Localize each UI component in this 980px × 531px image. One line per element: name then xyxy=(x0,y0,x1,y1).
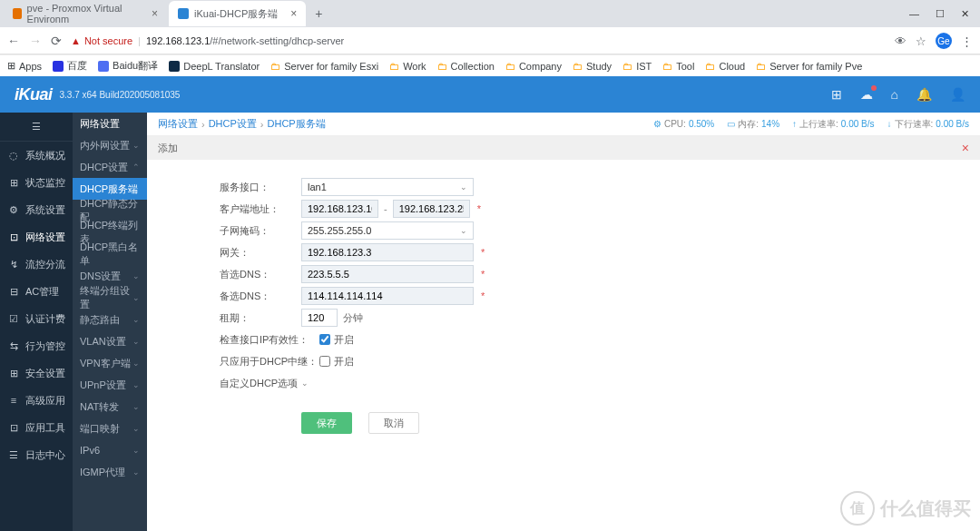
breadcrumb-item[interactable]: 网络设置 xyxy=(158,117,198,131)
nav1-item[interactable]: ⊟AC管理 xyxy=(0,278,73,305)
close-icon[interactable]: × xyxy=(290,7,297,20)
bookmark-folder[interactable]: 🗀Study xyxy=(573,61,612,72)
cancel-button[interactable]: 取消 xyxy=(368,412,419,434)
close-icon[interactable]: × xyxy=(962,141,969,155)
nav2-item[interactable]: VLAN设置⌄ xyxy=(73,330,147,352)
client-start-input[interactable] xyxy=(301,200,378,218)
bookmark-folder[interactable]: 🗀IST xyxy=(622,61,652,72)
eye-icon[interactable]: 👁 xyxy=(895,34,906,48)
required-asterisk: * xyxy=(481,247,485,258)
chevron-down-icon: ⌄ xyxy=(301,379,309,388)
cloud-icon[interactable]: ☁ xyxy=(860,87,873,102)
interface-select[interactable]: lan1⌄ xyxy=(301,178,474,196)
chevron-down-icon: ⌄ xyxy=(132,141,140,150)
bookmark-folder[interactable]: 🗀Work xyxy=(389,61,426,72)
nav2-item[interactable]: DHCP黑白名单 xyxy=(73,243,147,265)
bm-label: Server for family Pve xyxy=(769,61,862,72)
security-warning: ▲ Not secure xyxy=(71,35,132,46)
nav1-item[interactable]: ⊡应用工具 xyxy=(0,414,73,441)
profile-avatar[interactable]: Ge xyxy=(936,33,952,49)
bookmark-item[interactable]: 百度 xyxy=(53,59,87,73)
nav1-item[interactable]: ≡高级应用 xyxy=(0,387,73,414)
nav1-item[interactable]: ☑认证计费 xyxy=(0,305,73,332)
nav1-item[interactable]: ☰日志中心 xyxy=(0,441,73,468)
nav2-item[interactable]: IPv6⌄ xyxy=(73,439,147,461)
chevron-right-icon: › xyxy=(201,119,205,130)
chevron-down-icon: ⌄ xyxy=(132,293,140,302)
baidu-translate-icon xyxy=(98,61,109,72)
nav2-item[interactable]: 静态路由⌄ xyxy=(73,309,147,330)
checkbox-text: 开启 xyxy=(334,355,354,369)
nav1-item[interactable]: ⊞状态监控 xyxy=(0,169,73,196)
nav2-item[interactable]: IGMP代理⌄ xyxy=(73,461,147,483)
close-icon[interactable]: × xyxy=(152,7,158,20)
nav2-label: IGMP代理 xyxy=(80,466,125,479)
client-end-input[interactable] xyxy=(393,200,470,218)
bookmark-item[interactable]: DeepL Translator xyxy=(169,61,260,72)
memory-icon: ▭ xyxy=(727,119,735,129)
dns1-input[interactable] xyxy=(301,265,474,283)
nav1-item[interactable]: ⊞安全设置 xyxy=(0,359,73,387)
interface-label: 服务接口： xyxy=(220,181,301,194)
new-tab-button[interactable]: + xyxy=(308,6,329,21)
window-controls: — ☐ ✕ xyxy=(909,8,980,20)
nav2-item[interactable]: DHCP设置⌃ xyxy=(73,156,147,178)
nav1-item[interactable]: ↯流控分流 xyxy=(0,251,73,278)
nav2-label: 内外网设置 xyxy=(80,139,130,152)
chevron-down-icon: ⌄ xyxy=(460,182,467,192)
bookmark-item[interactable]: Baidu翻译 xyxy=(98,59,158,73)
star-icon[interactable]: ☆ xyxy=(916,34,926,48)
folder-icon: 🗀 xyxy=(573,61,583,72)
save-button[interactable]: 保存 xyxy=(301,412,352,434)
maximize-button[interactable]: ☐ xyxy=(936,8,945,20)
user-icon[interactable]: 👤 xyxy=(950,87,965,102)
bookmark-folder[interactable]: 🗀Collection xyxy=(437,61,495,72)
bookmark-folder[interactable]: 🗀Tool xyxy=(662,61,694,72)
nav1-item[interactable]: ⚙系统设置 xyxy=(0,196,73,223)
mask-select[interactable]: 255.255.255.0⌄ xyxy=(301,221,474,240)
breadcrumb-item[interactable]: DHCP服务端 xyxy=(268,117,326,131)
custom-options-toggle[interactable]: 自定义DHCP选项 ⌄ xyxy=(220,372,980,394)
nav1-item[interactable]: ⊡网络设置 xyxy=(0,223,73,251)
relay-only-checkbox[interactable] xyxy=(319,356,330,367)
nav2-item[interactable]: UPnP设置⌄ xyxy=(73,374,147,396)
nav2-item[interactable]: NAT转发⌄ xyxy=(73,396,147,418)
menu-icon[interactable]: ⋮ xyxy=(961,34,973,48)
bookmark-folder[interactable]: 🗀Server for family Pve xyxy=(756,61,862,72)
reload-button[interactable]: ⟳ xyxy=(51,34,62,48)
nav1-item[interactable]: ⇆行为管控 xyxy=(0,332,73,359)
nav2-item[interactable]: VPN客户端⌄ xyxy=(73,352,147,374)
bookmark-folder[interactable]: 🗀Cloud xyxy=(705,61,745,72)
browser-tab-pve[interactable]: pve - Proxmox Virtual Environm × xyxy=(4,1,167,26)
dns2-input[interactable] xyxy=(301,287,474,305)
dns1-label: 首选DNS： xyxy=(220,268,301,281)
lease-input[interactable] xyxy=(301,309,338,327)
back-button[interactable]: ← xyxy=(7,34,20,48)
nav-collapse-button[interactable]: ☰ xyxy=(0,113,73,142)
nav-label: 高级应用 xyxy=(25,394,65,408)
grid-icon[interactable]: ⊞ xyxy=(831,87,842,102)
home-icon[interactable]: ⌂ xyxy=(891,87,898,102)
client-range-label: 客户端地址： xyxy=(220,202,301,216)
url-field[interactable]: ▲ Not secure | 192.168.123.1/#/network-s… xyxy=(71,35,886,46)
nav1-item[interactable]: ◌系统概况 xyxy=(0,142,73,169)
bookmark-folder[interactable]: 🗀Company xyxy=(505,61,562,72)
forward-button[interactable]: → xyxy=(29,34,42,48)
dhcp-form: 服务接口： lan1⌄ 客户端地址： - * 子网掩码： 255.255.255… xyxy=(147,160,980,434)
nav2-label: 端口映射 xyxy=(80,422,120,436)
bell-icon[interactable]: 🔔 xyxy=(916,87,932,102)
nav2-item[interactable]: 内外网设置⌄ xyxy=(73,134,147,156)
apps-bookmark[interactable]: ⊞Apps xyxy=(7,60,42,72)
gateway-input[interactable] xyxy=(301,243,474,261)
not-secure-label: Not secure xyxy=(84,35,132,46)
required-asterisk: * xyxy=(481,290,485,301)
breadcrumb-item[interactable]: DHCP设置 xyxy=(209,117,257,131)
close-button[interactable]: ✕ xyxy=(961,8,969,20)
nav2-item[interactable]: 终端分组设置⌄ xyxy=(73,287,147,309)
check-ip-checkbox[interactable] xyxy=(319,334,330,345)
bm-label: Apps xyxy=(19,61,42,72)
bookmark-folder[interactable]: 🗀Server for family Esxi xyxy=(270,61,378,72)
browser-tab-ikuai[interactable]: iKuai-DHCP服务端 × xyxy=(169,1,306,26)
minimize-button[interactable]: — xyxy=(909,8,919,20)
nav2-item[interactable]: 端口映射⌄ xyxy=(73,418,147,439)
